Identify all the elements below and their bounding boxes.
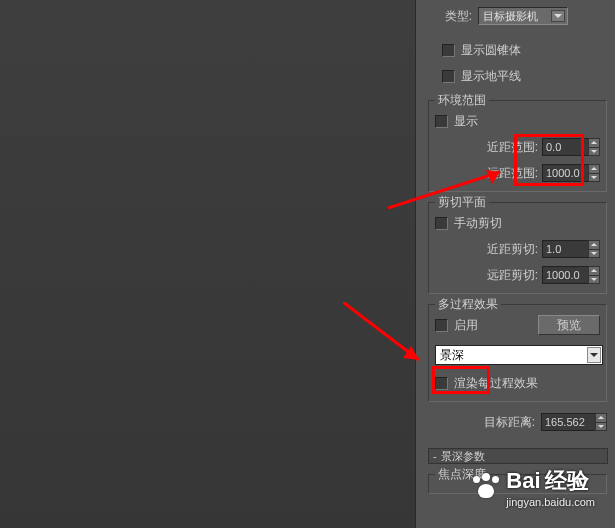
show-horizon-label: 显示地平线 [461, 68, 521, 85]
render-per-checkbox[interactable] [435, 377, 448, 390]
spinner-down-icon[interactable] [595, 422, 607, 432]
far-clip-value[interactable]: 1000.0 [542, 266, 588, 284]
near-range-value[interactable]: 0.0 [542, 138, 588, 156]
type-row: 类型: 目标摄影机 [428, 6, 607, 26]
far-range-spinner[interactable]: 1000.0 [542, 164, 600, 182]
properties-panel: 类型: 目标摄影机 显示圆锥体 显示地平线 环境范围 显示 近距范围: 0.0 … [415, 0, 615, 528]
multipass-title: 多过程效果 [435, 296, 501, 313]
far-clip-spinner[interactable]: 1000.0 [542, 266, 600, 284]
env-show-label: 显示 [454, 113, 478, 130]
far-clip-label: 远距剪切: [487, 267, 538, 284]
target-dist-value[interactable]: 165.562 [541, 413, 595, 431]
show-cone-label: 显示圆锥体 [461, 42, 521, 59]
rollout-dof-params[interactable]: - 景深参数 [428, 448, 608, 464]
preview-label: 预览 [557, 317, 581, 334]
show-cone-checkbox[interactable] [442, 44, 455, 57]
show-horizon-row: 显示地平线 [428, 66, 607, 86]
spinner-up-icon[interactable] [595, 413, 607, 422]
show-cone-row: 显示圆锥体 [428, 40, 607, 60]
watermark-brand-b: 经验 [545, 468, 589, 493]
viewport-area [0, 0, 415, 528]
near-range-label: 近距范围: [487, 139, 538, 156]
manual-clip-checkbox[interactable] [435, 217, 448, 230]
type-dropdown[interactable]: 目标摄影机 [478, 7, 568, 25]
paw-icon [470, 473, 502, 501]
watermark-url: jingyan.baidu.com [506, 496, 595, 508]
target-dist-spinner[interactable]: 165.562 [541, 413, 607, 431]
spinner-down-icon[interactable] [588, 173, 600, 183]
enable-checkbox[interactable] [435, 319, 448, 332]
spinner-up-icon[interactable] [588, 266, 600, 275]
target-dist-label: 目标距离: [484, 414, 535, 431]
effect-value: 景深 [440, 347, 464, 364]
effect-select[interactable]: 景深 [435, 345, 603, 365]
spinner-down-icon[interactable] [588, 147, 600, 157]
clip-plane-section: 剪切平面 手动剪切 近距剪切: 1.0 远距剪切: 1000.0 [428, 202, 607, 294]
manual-clip-label: 手动剪切 [454, 215, 502, 232]
spinner-down-icon[interactable] [588, 249, 600, 259]
chevron-down-icon [587, 347, 601, 363]
near-range-spinner[interactable]: 0.0 [542, 138, 600, 156]
enable-label: 启用 [454, 317, 478, 334]
near-clip-value[interactable]: 1.0 [542, 240, 588, 258]
watermark: Bai经验 jingyan.baidu.com [470, 466, 595, 508]
rollout-label: 景深参数 [441, 449, 485, 464]
preview-button[interactable]: 预览 [538, 315, 600, 335]
spinner-down-icon[interactable] [588, 275, 600, 285]
spinner-up-icon[interactable] [588, 164, 600, 173]
chevron-down-icon [551, 10, 565, 22]
show-horizon-checkbox[interactable] [442, 70, 455, 83]
env-show-checkbox[interactable] [435, 115, 448, 128]
far-range-label: 远距范围: [487, 165, 538, 182]
spinner-up-icon[interactable] [588, 138, 600, 147]
watermark-brand-a: Bai [506, 468, 540, 493]
near-clip-label: 近距剪切: [487, 241, 538, 258]
clip-plane-title: 剪切平面 [435, 194, 489, 211]
far-range-value[interactable]: 1000.0 [542, 164, 588, 182]
type-label: 类型: [428, 8, 472, 25]
render-per-label: 渲染每过程效果 [454, 375, 538, 392]
multipass-section: 多过程效果 启用 预览 景深 渲染每过程效果 [428, 304, 607, 402]
env-range-section: 环境范围 显示 近距范围: 0.0 远距范围: 1000.0 [428, 100, 607, 192]
type-value: 目标摄影机 [483, 9, 538, 24]
env-range-title: 环境范围 [435, 92, 489, 109]
near-clip-spinner[interactable]: 1.0 [542, 240, 600, 258]
spinner-up-icon[interactable] [588, 240, 600, 249]
